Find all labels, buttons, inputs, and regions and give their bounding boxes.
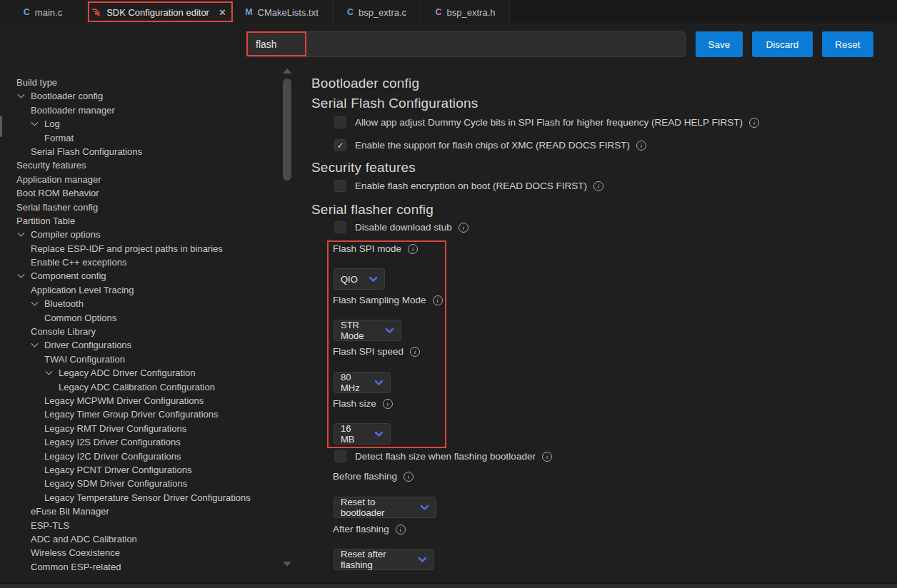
flash-size-dropdown[interactable]: 16 MB (334, 423, 391, 445)
sidebar-item-bluetooth[interactable]: Bluetooth (0, 297, 280, 310)
sidebar-item-serial-flasher-config[interactable]: Serial flasher config (0, 201, 280, 214)
sidebar-item-label: Common Options (44, 311, 116, 325)
info-icon[interactable]: i (636, 141, 646, 151)
close-icon[interactable]: ✕ (219, 7, 226, 18)
sidebar-item-esp-tls[interactable]: ESP-TLS (0, 519, 280, 532)
info-icon[interactable]: i (383, 399, 393, 409)
sidebar-item-legacy-mcpwm-driver-configurations[interactable]: Legacy MCPWM Driver Configurations (0, 394, 280, 407)
sidebar-item-application-level-tracing[interactable]: Application Level Tracing (0, 283, 280, 297)
sidebar-item-adc-and-adc-calibration[interactable]: ADC and ADC Calibration (0, 532, 280, 546)
chevron-down-icon (385, 328, 394, 334)
content-scrollbar-thumb[interactable] (283, 78, 291, 181)
chevron-down-icon[interactable] (18, 230, 25, 237)
sidebar-item-legacy-rmt-driver-configurations[interactable]: Legacy RMT Driver Configurations (0, 422, 280, 435)
chevron-down-icon[interactable] (46, 368, 53, 375)
chevron-down-icon (374, 380, 384, 386)
sidebar-item-label: Format (44, 131, 74, 145)
flash-sampling-mode-dropdown[interactable]: STR Mode (334, 320, 401, 341)
flash-size-label: Flash size i (333, 398, 393, 409)
sidebar-item-build-type[interactable]: Build type (0, 76, 280, 89)
scroll-down-arrow-icon[interactable] (283, 562, 291, 567)
checkbox-row-disable-download-stub: Disable download stub i (334, 221, 468, 233)
sidebar-item-compiler-options[interactable]: Compiler options (0, 228, 280, 241)
checkbox-row-dummy-cycle: Allow app adjust Dummy Cycle bits in SPI… (334, 116, 759, 128)
sidebar-item-label: Console Library (31, 325, 96, 338)
sidebar-item-label: Boot ROM Behavior (16, 186, 99, 200)
chevron-down-icon[interactable] (18, 91, 25, 98)
editor-tab-main-c[interactable]: Cmain.c (0, 0, 86, 24)
sidebar-item-enable-c-exceptions[interactable]: Enable C++ exceptions (0, 255, 280, 269)
sidebar-item-component-config[interactable]: Component config (0, 269, 280, 283)
editor-tab-sdk-configuration-editor[interactable]: SDK Configuration editor✕ (86, 0, 231, 24)
info-icon[interactable]: i (593, 181, 603, 191)
sidebar-item-log[interactable]: Log (0, 117, 280, 131)
info-icon[interactable]: i (404, 472, 414, 482)
sidebar-item-legacy-pcnt-driver-configurations[interactable]: Legacy PCNT Driver Configurations (0, 463, 280, 477)
field-label: After flashing (333, 524, 389, 534)
sidebar-item-label: Enable C++ exceptions (31, 255, 126, 269)
sidebar-item-boot-rom-behavior[interactable]: Boot ROM Behavior (0, 186, 280, 200)
sidebar-item-legacy-sdm-driver-configurations[interactable]: Legacy SDM Driver Configurations (0, 477, 280, 490)
chevron-down-icon[interactable] (18, 271, 25, 278)
sidebar-item-driver-configurations[interactable]: Driver Configurations (0, 338, 280, 352)
flash-spi-mode-dropdown[interactable]: QIO (334, 268, 385, 290)
sidebar-item-format[interactable]: Format (0, 131, 280, 145)
sidebar-item-label: eFuse Bit Manager (31, 505, 109, 518)
sidebar-item-efuse-bit-manager[interactable]: eFuse Bit Manager (0, 505, 280, 518)
info-icon[interactable]: i (749, 118, 759, 128)
sidebar-item-security-features[interactable]: Security features (0, 158, 280, 172)
sidebar-item-legacy-adc-calibration-configuration[interactable]: Legacy ADC Calibration Configuration (0, 380, 280, 394)
detect-flash-size-checkbox[interactable] (334, 450, 346, 462)
chevron-down-icon[interactable] (31, 299, 39, 306)
dummy-cycle-checkbox[interactable] (334, 116, 346, 128)
sidebar-item-twai-configuration[interactable]: TWAI Configuration (0, 353, 280, 366)
sidebar-item-serial-flash-configurations[interactable]: Serial Flash Configurations (0, 145, 280, 158)
bottom-edge-strip (0, 583, 897, 588)
sidebar-item-legacy-timer-group-driver-configurations[interactable]: Legacy Timer Group Driver Configurations (0, 407, 280, 421)
xmc-support-checkbox[interactable]: ✓ (334, 139, 346, 151)
sidebar-item-console-library[interactable]: Console Library (0, 325, 280, 338)
sidebar-item-label: Build type (16, 76, 57, 89)
disable-download-stub-checkbox[interactable] (334, 221, 346, 233)
info-icon[interactable]: i (542, 452, 552, 462)
info-icon[interactable]: i (396, 524, 406, 534)
chevron-down-icon[interactable] (31, 119, 39, 126)
sidebar-item-label: Wireless Coexistence (31, 546, 120, 559)
info-icon[interactable]: i (408, 244, 418, 254)
sidebar-item-common-options[interactable]: Common Options (0, 311, 280, 325)
sidebar-item-label: Driver Configurations (44, 338, 131, 352)
sidebar-item-legacy-i2s-driver-configurations[interactable]: Legacy I2S Driver Configurations (0, 435, 280, 449)
checkbox-label: Allow app adjust Dummy Cycle bits in SPI… (355, 117, 743, 128)
sidebar-item-bootloader-manager[interactable]: Bootloader manager (0, 103, 280, 117)
sidebar-item-bootloader-config[interactable]: Bootloader config (0, 89, 280, 103)
c-file-icon: C (24, 7, 30, 17)
sidebar-item-label: Replace ESP-IDF and project paths in bin… (31, 242, 223, 255)
sidebar-item-label: Serial Flash Configurations (31, 145, 142, 158)
config-content-panel: Bootloader config Serial Flash Configura… (311, 0, 890, 588)
field-label: Flash SPI mode (333, 243, 401, 254)
sidebar-item-common-esp-related[interactable]: Common ESP-related (0, 560, 280, 574)
chevron-down-icon (420, 505, 429, 511)
after-flashing-dropdown[interactable]: Reset after flashing (334, 549, 434, 570)
sidebar-item-label: Log (44, 117, 60, 131)
dropdown-value: Reset after flashing (341, 549, 409, 570)
sidebar-item-label: Legacy I2S Driver Configurations (44, 435, 181, 449)
sidebar-item-legacy-adc-driver-configuration[interactable]: Legacy ADC Driver Configuration (0, 366, 280, 380)
sidebar-item-legacy-i2c-driver-configurations[interactable]: Legacy I2C Driver Configurations (0, 450, 280, 463)
sidebar-item-legacy-temperature-sensor-driver-configurations[interactable]: Legacy Temperature Sensor Driver Configu… (0, 491, 280, 505)
sidebar-item-partition-table[interactable]: Partition Table (0, 214, 280, 228)
scroll-up-arrow-icon[interactable] (283, 69, 291, 74)
flash-sampling-mode-label: Flash Sampling Mode i (333, 295, 443, 305)
info-icon[interactable]: i (458, 223, 468, 233)
flash-encryption-checkbox[interactable] (334, 180, 346, 192)
sidebar-item-replace-esp-idf-and-project-paths-in-binaries[interactable]: Replace ESP-IDF and project paths in bin… (0, 242, 280, 255)
sidebar-item-wireless-coexistence[interactable]: Wireless Coexistence (0, 546, 280, 559)
checkbox-label: Enable the support for flash chips of XM… (355, 140, 630, 151)
sidebar-item-label: Legacy I2C Driver Configurations (44, 450, 181, 463)
flash-spi-speed-dropdown[interactable]: 80 MHz (334, 372, 391, 393)
sidebar-item-application-manager[interactable]: Application manager (0, 173, 280, 186)
info-icon[interactable]: i (433, 295, 443, 305)
before-flashing-dropdown[interactable]: Reset to bootloader (334, 497, 436, 518)
chevron-down-icon[interactable] (31, 340, 39, 348)
info-icon[interactable]: i (410, 347, 420, 357)
